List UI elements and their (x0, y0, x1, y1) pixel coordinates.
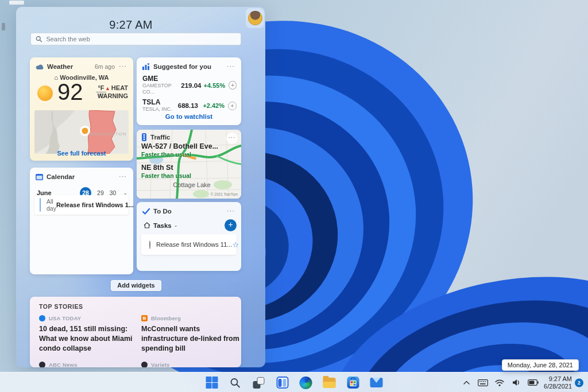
bloomberg-icon: B (141, 315, 148, 321)
news-article[interactable]: B Bloomberg McConnell wants infrastructu… (141, 315, 240, 354)
weather-widget[interactable]: Weather 6m ago ··· ⌂ Woodinville, WA 92 … (30, 57, 133, 161)
go-to-watchlist-link[interactable]: Go to watchlist (137, 113, 241, 120)
todo-title: To Do (153, 208, 172, 215)
calendar-widget[interactable]: Calendar ··· June 28 29 30 ⌄ All day Rel… (30, 168, 133, 274)
calendar-icon (36, 173, 43, 180)
task-title: Release first Windows 11... (156, 241, 232, 248)
weather-title: Weather (47, 63, 73, 70)
stock-price: 219.04 (181, 82, 201, 89)
event-title: Release first Windows 1... (56, 201, 133, 208)
search-input[interactable] (46, 36, 236, 42)
weather-alert-map[interactable]: WASHINGTON (34, 110, 129, 154)
todo-widget[interactable]: To Do ··· Tasks ⌄ + Release first Window… (137, 202, 241, 271)
news-article[interactable]: Variety (141, 362, 240, 367)
add-widgets-button[interactable]: Add widgets (111, 280, 161, 291)
todo-list-name[interactable]: Tasks (153, 222, 172, 229)
windows-logo-icon (206, 377, 218, 389)
taskbar: 9:27 AM 6/28/2021 2 (0, 372, 588, 392)
folder-icon (323, 378, 336, 388)
add-to-watchlist-button[interactable]: + (228, 102, 237, 110)
hidden-icons-chevron[interactable] (461, 377, 472, 389)
traffic-route-2: NE 8th St (141, 164, 237, 172)
desktop-icon-remnant (9, 1, 24, 5)
stocks-title: Suggested for you (153, 63, 211, 70)
weather-menu-button[interactable]: ··· (117, 62, 129, 71)
stock-company: GAMESTOP CO... (142, 83, 181, 95)
temperature-value: 92 (57, 79, 83, 105)
weather-updated: 6m ago (95, 63, 115, 70)
date-tooltip: Monday, June 28, 2021 (502, 359, 579, 371)
see-full-forecast-link[interactable]: See full forecast (30, 150, 133, 157)
news-article[interactable]: ABC News (39, 362, 138, 367)
news-article[interactable]: USA TODAY 10 dead, 151 still missing: Wh… (39, 315, 138, 354)
stock-row-tsla[interactable]: TSLA TESLA, INC. 688.13 +2.42% + (137, 97, 241, 114)
start-button[interactable] (205, 376, 219, 390)
mail-button[interactable] (370, 376, 384, 390)
widgets-panel: 9:27 AM Weather 6m ago ··· (16, 7, 265, 367)
calendar-menu-button[interactable]: ··· (117, 172, 129, 181)
event-time: All day (47, 198, 56, 212)
abc-news-icon (39, 362, 45, 367)
chevron-down-icon[interactable]: ⌄ (174, 223, 178, 228)
usa-today-icon (39, 315, 45, 321)
store-button[interactable] (346, 376, 360, 390)
news-headline: McConnell wants infrastructure de-linked… (141, 324, 240, 354)
star-icon[interactable]: ☆ (232, 240, 239, 249)
add-task-button[interactable]: + (225, 219, 237, 231)
clock-time: 9:27 AM (544, 375, 572, 383)
calendar-title: Calendar (47, 173, 75, 180)
edge-button[interactable] (299, 376, 313, 390)
add-to-watchlist-button[interactable]: + (229, 81, 237, 90)
map-region-label: WASHINGTON (90, 131, 127, 137)
stocks-menu-button[interactable]: ··· (225, 62, 237, 71)
todo-menu-button[interactable]: ··· (225, 207, 237, 216)
stock-price: 688.13 (178, 102, 198, 109)
stock-company: TESLA, INC. (142, 106, 172, 112)
profile-button[interactable] (246, 8, 264, 28)
task-view-button[interactable] (252, 376, 266, 390)
task-checkbox[interactable] (149, 240, 150, 249)
battery-icon[interactable] (527, 377, 539, 389)
mail-icon (370, 378, 383, 387)
variety-icon (141, 362, 148, 367)
taskbar-clock[interactable]: 9:27 AM 6/28/2021 2 (544, 375, 583, 390)
event-color-bar (40, 198, 41, 212)
stock-row-gme[interactable]: GME GAMESTOP CO... 219.04 +4.55% + (137, 73, 241, 97)
news-source: ABC News (49, 362, 78, 367)
search-icon (230, 378, 241, 388)
web-search-bar[interactable] (30, 33, 241, 45)
news-source: Bloomberg (151, 315, 181, 321)
store-icon (347, 377, 359, 389)
news-source: USA TODAY (49, 315, 81, 321)
notification-badge[interactable]: 2 (575, 378, 583, 387)
search-icon (36, 36, 42, 42)
warning-triangle-icon: ▲ (105, 86, 110, 91)
calendar-event[interactable]: All day Release first Windows 1... (34, 195, 129, 215)
wifi-icon[interactable] (494, 377, 505, 389)
traffic-title: Traffic (150, 134, 171, 141)
todo-check-icon (142, 208, 150, 215)
home-icon (144, 222, 150, 228)
traffic-menu-button[interactable]: ··· (226, 133, 238, 144)
volume-icon[interactable] (510, 377, 522, 389)
taskbar-search-button[interactable] (229, 376, 242, 390)
task-item[interactable]: Release first Windows 11... ☆ (141, 234, 237, 255)
sun-icon (37, 86, 53, 101)
panel-clock: 9:27 AM (16, 18, 246, 32)
avatar (248, 11, 262, 25)
traffic-status-2: Faster than usual (141, 172, 237, 179)
top-stories-widget[interactable]: TOP STORIES USA TODAY 10 dead, 151 still… (30, 297, 241, 367)
heat-warning-label: ▲HEAT WARNING (98, 84, 128, 100)
stock-change: +2.42% (198, 102, 225, 109)
stocks-widget[interactable]: Suggested for you ··· GME GAMESTOP CO...… (137, 57, 241, 125)
stocks-chart-icon (142, 63, 150, 70)
desktop: 9:27 AM Weather 6m ago ··· (0, 0, 588, 392)
touch-keyboard-icon[interactable] (477, 377, 489, 389)
news-source: Variety (151, 362, 170, 367)
widgets-button[interactable] (276, 376, 289, 390)
traffic-light-icon (141, 133, 147, 141)
weather-cloud-icon (36, 64, 44, 70)
file-explorer-button[interactable] (323, 376, 336, 390)
traffic-status-1: Faster than usual (141, 151, 237, 158)
traffic-widget[interactable]: Cottage Lake © 2021 TomTom Traffic ··· W… (137, 130, 241, 199)
